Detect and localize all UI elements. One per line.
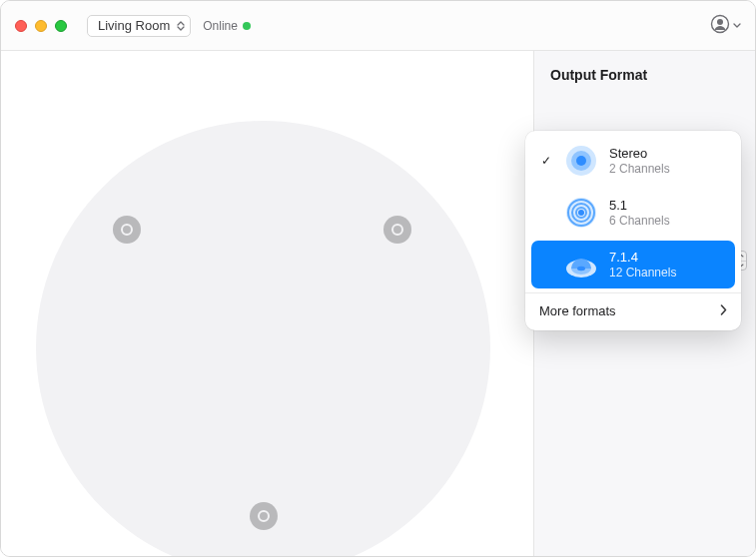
format-option-subtitle: 12 Channels — [609, 266, 676, 279]
room-circle — [36, 121, 490, 557]
chevron-right-icon — [720, 303, 727, 318]
format-option-7-1-4[interactable]: 7.1.4 12 Channels — [531, 241, 735, 288]
format-option-subtitle: 2 Channels — [609, 162, 670, 176]
format-option-title: 5.1 — [609, 198, 670, 214]
room-select[interactable]: Living Room — [87, 15, 191, 37]
svg-point-9 — [578, 210, 584, 216]
speaker-node-rear-center[interactable] — [250, 502, 278, 530]
zoom-window-button[interactable] — [55, 20, 67, 32]
output-format-popover: ✓ Stereo 2 Channels — [525, 131, 741, 330]
atmos-icon — [563, 247, 599, 282]
minimize-window-button[interactable] — [35, 20, 47, 32]
room-select-label: Living Room — [98, 18, 170, 33]
content-area: Output Format Select a Cell ✓ — [1, 51, 755, 556]
more-formats-label: More formats — [539, 303, 616, 318]
svg-point-4 — [576, 156, 586, 166]
close-window-button[interactable] — [15, 20, 27, 32]
svg-point-12 — [577, 267, 585, 271]
format-option-title: 7.1.4 — [609, 250, 676, 266]
status-indicator: Online — [203, 19, 251, 33]
speaker-node-front-left[interactable] — [113, 216, 141, 244]
more-formats-button[interactable]: More formats — [525, 292, 741, 330]
checkmark-icon: ✓ — [539, 154, 553, 168]
surround-icon — [563, 195, 599, 231]
status-dot-icon — [243, 22, 251, 30]
svg-point-1 — [717, 19, 723, 25]
format-option-stereo[interactable]: ✓ Stereo 2 Channels — [531, 137, 735, 185]
speaker-node-front-right[interactable] — [383, 216, 411, 244]
account-menu-button[interactable] — [710, 14, 741, 37]
chevron-down-icon — [733, 23, 741, 28]
user-circle-icon — [710, 14, 730, 37]
stage — [1, 51, 533, 556]
app-window: Living Room Online — [0, 0, 756, 557]
window-controls — [15, 20, 67, 32]
format-option-5-1[interactable]: 5.1 6 Channels — [531, 189, 735, 237]
stereo-icon — [563, 143, 599, 179]
format-option-title: Stereo — [609, 146, 670, 162]
sidebar-title: Output Format — [534, 67, 755, 93]
format-option-subtitle: 6 Channels — [609, 214, 670, 228]
updown-chevron-icon — [177, 21, 185, 31]
titlebar: Living Room Online — [1, 1, 755, 51]
status-label: Online — [203, 19, 238, 33]
